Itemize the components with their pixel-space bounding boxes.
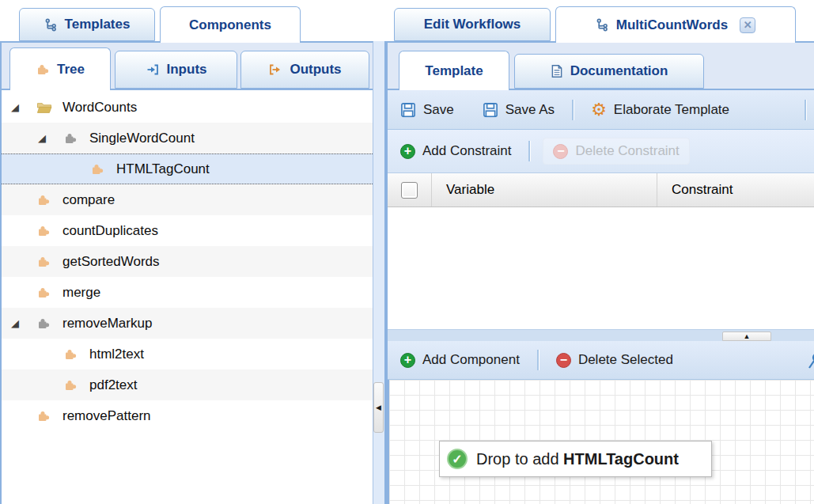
tab-templates[interactable]: Templates — [19, 8, 155, 41]
tree-item-compare[interactable]: compare — [2, 184, 373, 215]
puzzle-orange-icon — [63, 347, 79, 361]
save-icon — [400, 102, 416, 118]
toolbar-separator — [528, 141, 530, 161]
collapse-left-icon: ◀ — [376, 404, 381, 411]
select-all-cell — [388, 173, 432, 207]
toolbar-separator — [805, 100, 806, 120]
expand-arrow-slot[interactable]: ◢ — [36, 133, 63, 143]
subtab-label: Tree — [57, 62, 85, 78]
tree-item-label: compare — [62, 192, 115, 208]
constraints-table-body[interactable] — [388, 207, 814, 329]
component-tree: ◢WordCounts◢SingleWordCountHTMLTagCountc… — [2, 89, 373, 504]
add-constraint-button[interactable]: + Add Constraint — [396, 140, 516, 162]
remove-icon: − — [556, 353, 571, 368]
tree-item-label: html2text — [89, 347, 144, 362]
tree-item-getSortedWords[interactable]: getSortedWords — [2, 246, 373, 277]
expanded-arrow-icon[interactable]: ◢ — [11, 102, 19, 112]
save-as-button[interactable]: Save As — [478, 99, 559, 121]
toolbar-separator — [537, 350, 539, 370]
save-button[interactable]: Save — [396, 99, 459, 121]
puzzle-orange-icon — [90, 162, 106, 176]
tree-item-label: pdf2text — [89, 377, 138, 393]
tree-item-label: SingleWordCount — [89, 131, 195, 146]
drop-hint-text: Drop to add HTMLTagCount — [476, 450, 679, 468]
subtab-template[interactable]: Template — [399, 51, 509, 90]
tab-label: Components — [189, 17, 271, 33]
subtab-inputs[interactable]: Inputs — [115, 51, 237, 89]
collapse-up-handle[interactable]: ▲ — [722, 332, 771, 341]
tree-item-countDuplicates[interactable]: countDuplicates — [2, 215, 373, 246]
template-editor-panel: Template Documentation — [386, 41, 814, 504]
workflow-tree-icon — [44, 18, 58, 32]
collapse-left-handle[interactable]: ◀ — [373, 382, 384, 433]
tree-item-HTMLTagCount[interactable]: HTMLTagCount — [2, 153, 373, 184]
tree-item-WordCounts[interactable]: ◢WordCounts — [2, 92, 373, 123]
add-constraint-label: Add Constraint — [422, 143, 511, 159]
horizontal-splitter[interactable]: ▲ — [388, 329, 814, 341]
toolbar-separator — [572, 100, 574, 120]
add-component-label: Add Component — [422, 352, 520, 368]
expanded-arrow-icon[interactable]: ◢ — [38, 133, 46, 143]
tree-item-removeMarkup[interactable]: ◢removeMarkup — [2, 308, 373, 339]
tree-item-merge[interactable]: merge — [2, 277, 373, 308]
save-as-label: Save As — [505, 102, 555, 118]
subtab-label: Template — [425, 63, 483, 79]
puzzle-orange-icon — [36, 409, 52, 423]
editor-subtab-strip: Template Documentation — [388, 43, 814, 89]
expand-arrow-slot[interactable]: ◢ — [9, 102, 36, 112]
tab-multicountwords[interactable]: MultiCountWords ✕ — [555, 6, 796, 43]
tree-item-label: getSortedWords — [62, 254, 160, 270]
elaborate-template-button[interactable]: ⚙ Elaborate Template — [586, 99, 734, 121]
subtab-documentation[interactable]: Documentation — [514, 54, 704, 89]
constraints-table-header: Variable Constraint — [388, 173, 814, 207]
delete-constraint-label: Delete Constraint — [575, 143, 679, 159]
editor-content: Save Save As ⚙ Elaborate Templat — [388, 89, 814, 504]
arrow-out-icon — [268, 63, 282, 76]
components-panel: Tree Inputs Outputs — [0, 41, 373, 504]
workflow-canvas[interactable]: ✓ Drop to add HTMLTagCount — [388, 380, 814, 504]
tree-item-label: countDuplicates — [62, 223, 158, 239]
save-as-icon — [483, 102, 498, 118]
tree-item-label: merge — [62, 285, 100, 301]
gear-icon: ⚙ — [591, 102, 607, 118]
delete-selected-button[interactable]: − Delete Selected — [551, 349, 678, 371]
constraint-toolbar: + Add Constraint − Delete Constraint — [388, 130, 814, 173]
remove-icon: − — [553, 144, 568, 159]
tree-item-label: HTMLTagCount — [116, 161, 210, 177]
subtab-label: Outputs — [290, 62, 341, 78]
expand-arrow-slot[interactable]: ◢ — [9, 318, 36, 328]
tab-label: Templates — [65, 17, 131, 32]
puzzle-orange-icon — [36, 255, 52, 268]
column-header-variable[interactable]: Variable — [432, 173, 657, 207]
workflow-tree-icon — [596, 18, 609, 32]
components-subtab-strip: Tree Inputs Outputs — [2, 43, 373, 89]
collapse-up-icon: ▲ — [744, 332, 751, 340]
tree-item-label: removePattern — [62, 408, 151, 424]
select-all-checkbox[interactable] — [401, 182, 418, 199]
add-icon: + — [400, 144, 415, 159]
puzzle-gray-icon — [36, 316, 52, 330]
subtab-tree[interactable]: Tree — [9, 47, 111, 90]
subtab-label: Inputs — [167, 62, 207, 78]
panel-splitter[interactable]: ◀ — [373, 41, 386, 504]
close-tab-icon[interactable]: ✕ — [740, 17, 755, 33]
add-component-button[interactable]: + Add Component — [396, 349, 524, 371]
subtab-outputs[interactable]: Outputs — [240, 51, 369, 89]
tab-edit-workflows[interactable]: Edit Workflows — [394, 8, 551, 41]
workflow-editor-app: Templates Components Edit Workflows Mult… — [0, 0, 814, 504]
tree-item-label: WordCounts — [62, 100, 137, 116]
tab-label: Edit Workflows — [424, 17, 521, 32]
puzzle-orange-icon — [63, 378, 79, 392]
tree-item-removePattern[interactable]: removePattern — [2, 400, 373, 431]
arrow-in-icon — [146, 63, 160, 76]
column-header-constraint[interactable]: Constraint — [657, 173, 814, 207]
expanded-arrow-icon[interactable]: ◢ — [11, 318, 19, 328]
tree-item-pdf2text[interactable]: pdf2text — [2, 369, 373, 400]
save-label: Save — [423, 102, 454, 118]
tree-item-SingleWordCount[interactable]: ◢SingleWordCount — [2, 123, 373, 153]
file-toolbar: Save Save As ⚙ Elaborate Templat — [388, 90, 814, 130]
delete-constraint-button[interactable]: − Delete Constraint — [543, 138, 689, 165]
puzzle-orange-icon — [36, 286, 52, 299]
tree-item-html2text[interactable]: html2text — [2, 339, 373, 369]
tab-components[interactable]: Components — [160, 6, 301, 43]
